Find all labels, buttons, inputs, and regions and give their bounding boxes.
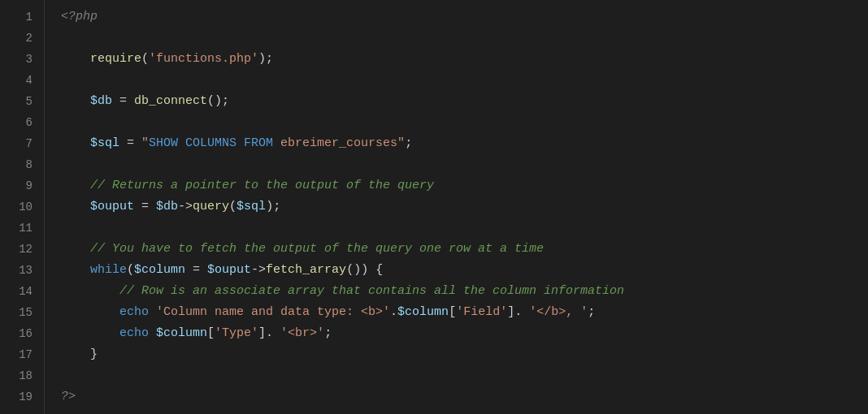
line-num-9: 9 — [0, 175, 44, 196]
line-num-11: 11 — [0, 218, 44, 239]
code-line-14: // Row is an associate array that contai… — [61, 281, 868, 302]
line-num-16: 16 — [0, 323, 44, 344]
line-num-13: 13 — [0, 260, 44, 281]
line-num-2: 2 — [0, 28, 44, 49]
code-line-17: } — [61, 344, 868, 365]
code-line-9: // Returns a pointer to the output of th… — [61, 175, 868, 196]
code-editor: 1 2 3 4 5 6 7 8 9 10 11 12 13 14 15 16 1… — [0, 0, 868, 414]
line-num-17: 17 — [0, 344, 44, 365]
line-num-6: 6 — [0, 112, 44, 133]
code-line-3: require('functions.php'); — [61, 49, 868, 70]
line-numbers: 1 2 3 4 5 6 7 8 9 10 11 12 13 14 15 16 1… — [0, 0, 45, 414]
code-line-5: $db = db_connect(); — [61, 91, 868, 112]
code-line-12: // You have to fetch the output of the q… — [61, 239, 868, 260]
line-num-7: 7 — [0, 133, 44, 154]
code-line-13: while($column = $ouput->fetch_array()) { — [61, 260, 868, 281]
code-line-19: ?> — [61, 386, 868, 408]
code-line-15: echo 'Column name and data type: <b>'.$c… — [61, 302, 868, 323]
code-line-1: <?php — [61, 6, 868, 28]
line-num-14: 14 — [0, 281, 44, 302]
code-line-4 — [61, 70, 868, 91]
line-num-8: 8 — [0, 154, 44, 175]
line-num-18: 18 — [0, 365, 44, 386]
line-num-5: 5 — [0, 91, 44, 112]
code-line-16: echo $column['Type']. '<br>'; — [61, 323, 868, 344]
line-num-15: 15 — [0, 302, 44, 323]
line-num-4: 4 — [0, 70, 44, 91]
line-num-12: 12 — [0, 239, 44, 260]
code-line-18 — [61, 365, 868, 386]
code-line-10: $ouput = $db->query($sql); — [61, 196, 868, 218]
code-content: <?php require('functions.php'); $db = db… — [45, 0, 868, 414]
line-num-3: 3 — [0, 49, 44, 70]
line-num-1: 1 — [0, 6, 44, 28]
line-num-19: 19 — [0, 386, 44, 408]
code-line-8 — [61, 154, 868, 175]
code-line-2 — [61, 28, 868, 49]
code-line-7: $sql = "SHOW COLUMNS FROM ebreimer_cours… — [61, 133, 868, 154]
code-line-6 — [61, 112, 868, 133]
code-line-11 — [61, 218, 868, 239]
line-num-10: 10 — [0, 196, 44, 218]
